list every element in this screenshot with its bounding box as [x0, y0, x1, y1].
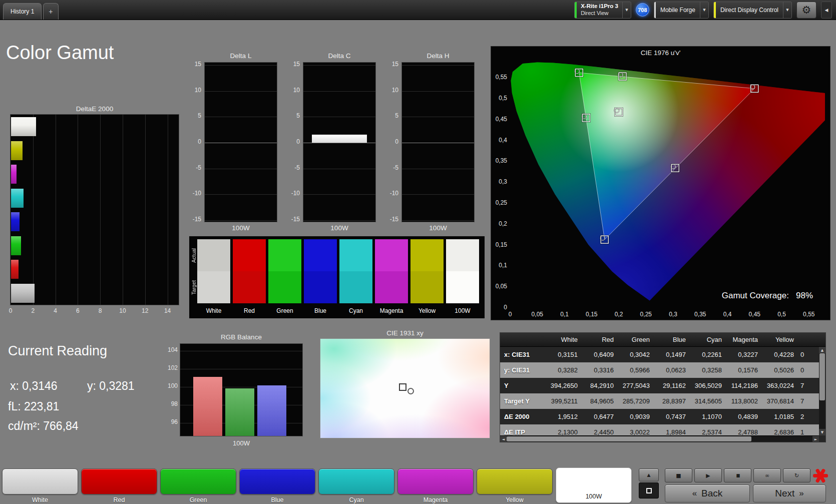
gridline [145, 115, 146, 305]
swatch-yellow: Yellow [410, 239, 444, 314]
scroll-up-icon[interactable]: ▲ [819, 347, 825, 353]
gridline [402, 143, 474, 143]
meter-mode: Direct View [581, 10, 618, 17]
table-cell: 2,4788 [726, 428, 762, 435]
calman-app: Color Gamut DeltaE 2000 02468101214 CIE … [0, 0, 836, 504]
vscroll-track[interactable] [819, 353, 825, 429]
table-cell: 2,1300 [546, 428, 582, 435]
display-control-label: Direct Display Control [716, 2, 783, 18]
scroll-up-button[interactable]: ▲ [639, 468, 659, 481]
measurement-table: WhiteRedGreenBlueCyanMagentaYellow x: CI… [500, 332, 826, 442]
pattern-button-yellow[interactable] [477, 468, 553, 494]
hscroll-thumb[interactable] [507, 436, 751, 441]
gridline [402, 220, 474, 221]
table-cell: 314,5605 [690, 397, 726, 405]
collapse-panel-button[interactable]: ◀ [821, 2, 832, 19]
table-cell: 29,1162 [654, 382, 690, 389]
loop-button[interactable]: ∞ [753, 468, 781, 482]
add-tab-button[interactable]: + [43, 3, 58, 20]
gridline [205, 220, 277, 221]
x-tick-label: 0,45 [749, 311, 760, 318]
next-button[interactable]: Next » [753, 484, 826, 502]
gridline [303, 169, 375, 169]
pattern-button-magenta[interactable] [397, 468, 474, 494]
table-cell: 0,4839 [726, 413, 762, 420]
back-button[interactable]: « Back [665, 484, 750, 502]
x-tick-label: 14 [164, 307, 171, 314]
deltae-bar-blue [11, 212, 20, 231]
meter-dropdown[interactable]: X-Rite i1Pro 3 Direct View ▼ [574, 2, 631, 19]
pattern-source-dropdown[interactable]: Mobile Forge ▼ [654, 2, 709, 19]
chevron-down-icon[interactable]: ▼ [783, 2, 791, 18]
gridline [205, 143, 277, 143]
y-tick-label: 0 [504, 304, 507, 311]
stop-button[interactable]: ■ [665, 468, 692, 482]
pattern-button-red[interactable] [81, 468, 157, 494]
cie1931-zoom [320, 338, 490, 438]
y-tick-label: 15 [380, 61, 398, 68]
deltae2000-x-axis: 02468101214 [10, 307, 179, 315]
pattern-window-button[interactable] [639, 482, 659, 498]
y-tick-label: 0 [183, 138, 201, 145]
refresh-button[interactable]: ↻ [783, 468, 810, 482]
tab-history-1[interactable]: History 1 [3, 3, 42, 20]
gridline [205, 169, 277, 169]
swatch-red: Red [233, 239, 266, 314]
gamut-coverage-readout: Gamut Coverage: 98% [722, 291, 813, 301]
x-tick-label: 0,4 [723, 311, 732, 318]
current-reading-title: Current Reading [8, 343, 176, 359]
swatch-cyan: Cyan [339, 239, 372, 314]
top-bar: History 1 + X-Rite i1Pro 3 Direct View ▼… [0, 0, 836, 20]
gear-icon: ⚙ [802, 4, 811, 16]
table-cell-clipped: 7 [798, 382, 818, 389]
x-axis-label: 100W [303, 224, 376, 232]
alert-asterisk-icon[interactable] [812, 467, 829, 484]
pattern-button-label: 100W [586, 493, 602, 500]
table-cell: 0,6477 [582, 413, 618, 420]
back-chevrons-icon: « [692, 488, 697, 498]
y-tick-label: 102 [168, 364, 178, 371]
display-control-dropdown[interactable]: Direct Display Control ▼ [713, 2, 792, 19]
scroll-left-icon[interactable]: ◄ [500, 436, 507, 442]
y-tick-label: -15 [380, 216, 398, 223]
table-cell-clipped: 0 [798, 366, 818, 374]
pattern-button-cyan[interactable] [318, 468, 394, 494]
pattern-button-blue[interactable] [239, 468, 315, 494]
hscroll-track[interactable] [507, 436, 812, 442]
table-cell: 28,8397 [654, 397, 690, 405]
delta-bar [312, 135, 366, 143]
gridline [205, 117, 277, 117]
vscroll-thumb[interactable] [819, 353, 825, 400]
pattern-source-label: Mobile Forge [656, 2, 700, 18]
loop-icon: ∞ [765, 472, 769, 479]
table-horizontal-scrollbar[interactable]: ◄ ► [500, 435, 819, 442]
pattern-button-green[interactable] [160, 468, 236, 494]
reading-fl: fL: 223,81 [8, 400, 59, 413]
scroll-right-icon[interactable]: ► [812, 436, 819, 442]
swatch-label: Magenta [375, 307, 408, 314]
chevron-down-icon[interactable]: ▼ [700, 2, 708, 18]
column-magenta: Magenta [726, 336, 762, 343]
gridline [402, 194, 474, 195]
meter-count-badge: 708 [636, 3, 649, 17]
settings-button[interactable]: ⚙ [796, 2, 816, 19]
table-vertical-scrollbar[interactable]: ▲ ▼ [819, 347, 825, 435]
next-label: Next [775, 488, 794, 499]
table-cell: 0,3151 [546, 351, 582, 358]
pattern-button-100w[interactable]: 100W [556, 467, 632, 503]
table-row: ΔE 20001,95120,64770,90390,74371,10700,4… [500, 409, 819, 424]
scroll-down-icon[interactable]: ▼ [819, 429, 825, 435]
deltae-bar-100w [11, 284, 35, 303]
pattern-button-white[interactable] [2, 468, 78, 494]
play-button[interactable]: ▶ [694, 468, 722, 482]
gridline [180, 369, 302, 369]
pause-button[interactable]: ▮▮ [724, 468, 751, 482]
pattern-button-label: Magenta [397, 496, 474, 503]
x-tick-label: 2 [31, 307, 35, 314]
swatch-target [233, 271, 266, 303]
row-label: x: CIE31 [500, 351, 546, 358]
deltae-bar-green [11, 236, 21, 255]
chevron-down-icon[interactable]: ▼ [622, 2, 631, 18]
actual-row-label: Actual [190, 239, 197, 271]
pattern-button-label: Yellow [477, 496, 553, 503]
